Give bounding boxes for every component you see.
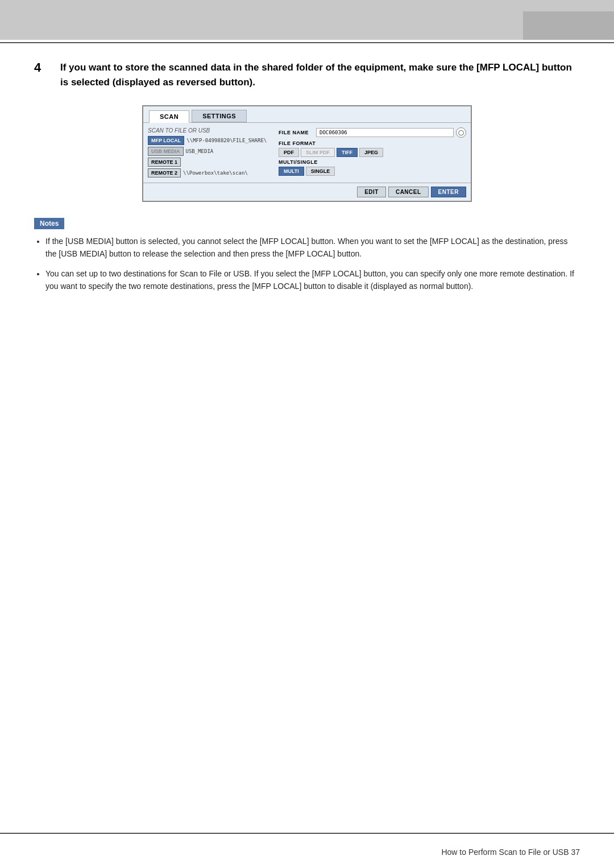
notes-list: If the [USB MEDIA] button is selected, y…	[34, 235, 580, 293]
action-row: EDIT CANCEL ENTER	[143, 183, 471, 201]
remote2-path: \\Powerbox\take\scan\	[183, 170, 248, 176]
cancel-button[interactable]: CANCEL	[388, 187, 429, 197]
file-name-icon-btn[interactable]: ◯	[456, 127, 466, 138]
main-content: 4 If you want to store the scanned data …	[0, 43, 614, 323]
footer: How to Perform Scan to File or USB 37	[0, 848, 614, 857]
usb-media-path: USB_MEDIA	[186, 148, 214, 154]
single-btn[interactable]: SINGLE	[306, 167, 335, 176]
file-name-value[interactable]: DOC060306	[316, 128, 454, 137]
dest-row-usb: USB MEDIA USB_MEDIA	[148, 147, 273, 156]
file-format-section: FILE FORMAT PDF SLIM PDF TIFF JPEG	[279, 140, 466, 157]
list-item: You can set up to two destinations for S…	[45, 267, 580, 293]
remote2-button[interactable]: REMOTE 2	[148, 168, 181, 177]
footer-text: How to Perform Scan to File or USB 37	[441, 848, 580, 857]
right-col: FILE NAME DOC060306 ◯ FILE FORMAT PDF SL…	[279, 127, 466, 179]
panel-body: SCAN TO FILE OR USB MFP LOCAL \\MFP-0499…	[143, 123, 471, 179]
edit-button[interactable]: EDIT	[357, 187, 386, 197]
notes-section: Notes If the [USB MEDIA] button is selec…	[34, 218, 580, 293]
enter-button[interactable]: ENTER	[431, 187, 466, 197]
format-tiff-btn[interactable]: TIFF	[337, 148, 358, 157]
bottom-divider	[0, 833, 614, 834]
format-slimpdf-btn[interactable]: SLIM PDF	[301, 148, 335, 157]
format-pdf-btn[interactable]: PDF	[279, 148, 299, 157]
multi-single-section: MULTI/SINGLE MULTI SINGLE	[279, 159, 466, 176]
dest-row-remote1: REMOTE 1	[148, 158, 273, 167]
list-item: If the [USB MEDIA] button is selected, y…	[45, 235, 580, 261]
usb-media-button[interactable]: USB MEDIA	[148, 147, 184, 156]
format-jpeg-btn[interactable]: JPEG	[359, 148, 383, 157]
left-col: SCAN TO FILE OR USB MFP LOCAL \\MFP-0499…	[148, 127, 273, 179]
notes-title: Notes	[34, 218, 64, 229]
file-format-buttons: PDF SLIM PDF TIFF JPEG	[279, 148, 466, 157]
mfp-local-path: \\MFP-04998820\FILE_SHARE\	[186, 138, 267, 143]
file-format-label: FILE FORMAT	[279, 140, 466, 146]
step-text: If you want to store the scanned data in…	[60, 60, 580, 89]
file-name-row: FILE NAME DOC060306 ◯	[279, 127, 466, 138]
file-name-label: FILE NAME	[279, 130, 314, 135]
remote1-button[interactable]: REMOTE 1	[148, 158, 181, 167]
tab-scan[interactable]: SCAN	[149, 110, 189, 123]
tab-settings[interactable]: SETTINGS	[192, 110, 247, 122]
multi-single-buttons: MULTI SINGLE	[279, 167, 466, 176]
scan-to-label: SCAN TO FILE OR USB	[148, 127, 273, 134]
step-block: 4 If you want to store the scanned data …	[34, 60, 580, 89]
multi-btn[interactable]: MULTI	[279, 167, 304, 176]
mfp-local-button[interactable]: MFP LOCAL	[148, 136, 184, 145]
multi-single-label: MULTI/SINGLE	[279, 159, 466, 165]
ui-panel: SCAN SETTINGS SCAN TO FILE OR USB MFP LO…	[142, 105, 472, 202]
step-number: 4	[34, 60, 50, 75]
dest-row-remote2: REMOTE 2 \\Powerbox\take\scan\	[148, 168, 273, 177]
top-bar	[0, 0, 614, 40]
top-bar-decoration	[523, 11, 614, 40]
dest-row-mfp: MFP LOCAL \\MFP-04998820\FILE_SHARE\	[148, 136, 273, 145]
tab-row: SCAN SETTINGS	[143, 106, 471, 123]
